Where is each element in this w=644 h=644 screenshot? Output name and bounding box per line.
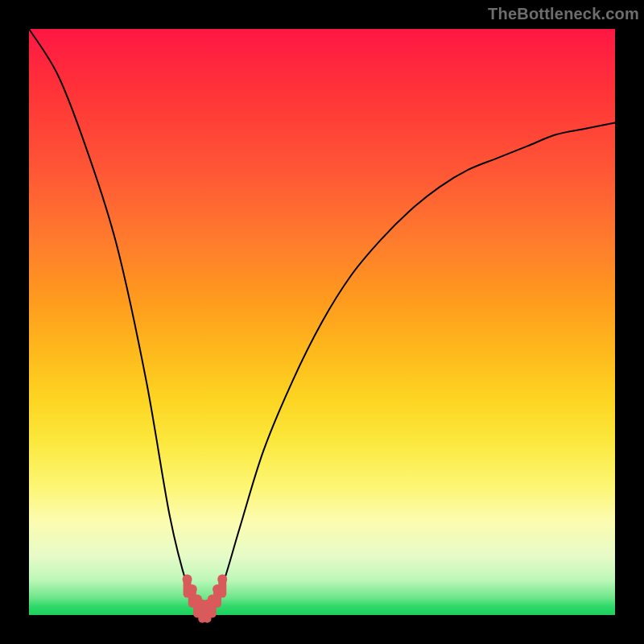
optimal-range-markers [183, 575, 228, 619]
curve-layer [29, 29, 615, 615]
svg-point-1 [183, 575, 192, 584]
watermark-text: TheBottleneck.com [488, 5, 639, 23]
chart-frame: TheBottleneck.com [0, 0, 644, 644]
svg-point-3 [188, 584, 197, 594]
svg-point-15 [217, 575, 227, 584]
bottleneck-curve [29, 29, 615, 613]
plot-area [29, 29, 615, 615]
